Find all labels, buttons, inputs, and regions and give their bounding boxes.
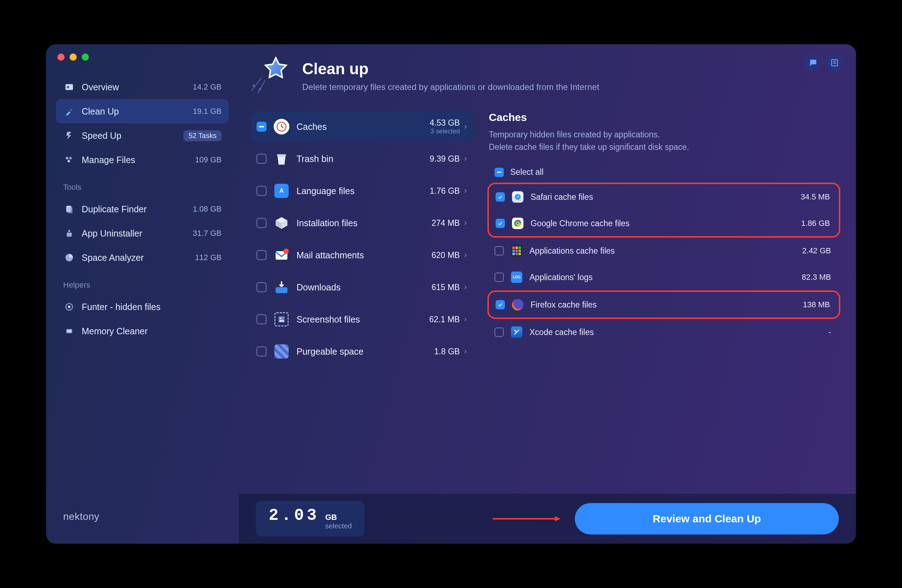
category-size: 615 MB bbox=[431, 283, 460, 292]
item-checkbox[interactable] bbox=[495, 246, 504, 255]
highlight-group: Safari cache files34.5 MBGoogle Chrome c… bbox=[489, 184, 839, 236]
category-label: Purgeable space bbox=[296, 346, 363, 357]
category-label: Trash bin bbox=[296, 154, 333, 164]
pie-icon bbox=[63, 252, 75, 264]
feedback-button[interactable] bbox=[805, 54, 822, 71]
sidebar-item-value: 1.08 GB bbox=[193, 205, 222, 214]
bolt-icon bbox=[63, 130, 75, 142]
sidebar-item-clean-up[interactable]: Clean Up19.1 GB bbox=[56, 99, 229, 124]
item-size: 138 MB bbox=[803, 300, 830, 309]
category-downloads[interactable]: Downloads615 MB› bbox=[252, 272, 474, 303]
sidebar-item-speed-up[interactable]: Speed Up52 Tasks bbox=[56, 124, 229, 148]
lang-icon: A bbox=[273, 182, 290, 199]
category-installation-files[interactable]: Installation files274 MB› bbox=[252, 208, 474, 238]
sidebar-item-label: Manage Files bbox=[82, 155, 135, 165]
category-checkbox[interactable] bbox=[257, 314, 266, 324]
grid-icon bbox=[510, 244, 523, 257]
chevron-right-icon: › bbox=[464, 154, 467, 163]
item-size: 82.3 MB bbox=[802, 272, 831, 282]
clock-icon bbox=[273, 118, 290, 135]
category-checkbox[interactable] bbox=[257, 218, 266, 228]
item-label: Applications' logs bbox=[529, 272, 593, 282]
trash-icon bbox=[273, 150, 290, 167]
news-button[interactable] bbox=[826, 54, 843, 71]
review-cleanup-button[interactable]: Review and Clean Up bbox=[575, 503, 839, 535]
safari-icon bbox=[511, 191, 524, 203]
sidebar-item-manage-files[interactable]: Manage Files109 GB bbox=[56, 148, 229, 172]
svg-point-18 bbox=[253, 85, 254, 86]
svg-point-32 bbox=[517, 222, 519, 225]
svg-rect-9 bbox=[67, 207, 72, 213]
cache-item-xcode-cache-files[interactable]: Xcode cache files- bbox=[489, 321, 839, 344]
footer: 2.03 GB selected Review and Clean Up bbox=[239, 494, 856, 544]
sidebar-item-value: 14.2 GB bbox=[193, 83, 222, 92]
selection-sub: selected bbox=[325, 522, 352, 530]
item-checkbox[interactable] bbox=[496, 219, 505, 228]
header-actions bbox=[805, 54, 843, 71]
category-checkbox[interactable] bbox=[257, 186, 266, 196]
selection-summary: 2.03 GB selected bbox=[256, 501, 365, 536]
item-checkbox[interactable] bbox=[496, 192, 505, 202]
category-label: Screenshot files bbox=[296, 314, 360, 325]
category-size: 62.1 MB bbox=[429, 315, 460, 324]
category-list: Caches4.53 GB3 selected›Trash bin9.39 GB… bbox=[252, 111, 474, 482]
dl-icon bbox=[273, 279, 290, 296]
target-icon bbox=[63, 301, 75, 313]
cache-item-safari-cache-files[interactable]: Safari cache files34.5 MB bbox=[490, 185, 838, 209]
category-screenshot-files[interactable]: Screenshot files62.1 MB› bbox=[252, 304, 474, 335]
sidebar-item-label: Space Analyzer bbox=[82, 253, 144, 263]
selection-amount: 2.03 bbox=[269, 507, 319, 524]
sidebar-item-duplicate-finder[interactable]: Duplicate Finder1.08 GB bbox=[56, 197, 229, 221]
minimize-icon[interactable] bbox=[70, 53, 77, 61]
svg-point-6 bbox=[69, 157, 72, 160]
cache-item-google-chrome-cache-files[interactable]: Google Chrome cache files1.86 GB bbox=[490, 211, 838, 235]
category-checkbox[interactable] bbox=[257, 154, 266, 164]
item-label: Xcode cache files bbox=[529, 328, 594, 337]
sidebar-item-value: 31.7 GB bbox=[193, 229, 222, 238]
copy-icon bbox=[63, 203, 75, 215]
sidebar-item-funter-hidden-files[interactable]: Funter - hidden files bbox=[56, 295, 229, 319]
category-mail-attachments[interactable]: Mail attachments620 MB› bbox=[252, 240, 474, 271]
item-size: 34.5 MB bbox=[801, 192, 830, 202]
sidebar-item-label: Duplicate Finder bbox=[82, 204, 147, 214]
category-checkbox[interactable] bbox=[257, 282, 266, 292]
close-icon[interactable] bbox=[58, 53, 64, 61]
category-language-files[interactable]: ALanguage files1.76 GB› bbox=[252, 175, 474, 206]
category-checkbox[interactable] bbox=[257, 346, 266, 357]
select-all-checkbox[interactable] bbox=[495, 168, 504, 177]
sidebar-section-helpers: Helpers bbox=[56, 270, 229, 295]
brand-logo: nektony bbox=[56, 504, 229, 530]
box-icon bbox=[273, 214, 290, 231]
category-size: 620 MB bbox=[431, 250, 460, 260]
detail-panel: Caches Temporary hidden files created by… bbox=[489, 111, 839, 482]
window-controls bbox=[58, 53, 89, 61]
zoom-icon[interactable] bbox=[82, 53, 89, 61]
category-purgeable-space[interactable]: Purgeable space1.8 GB› bbox=[252, 336, 474, 367]
category-label: Downloads bbox=[296, 282, 341, 292]
category-trash-bin[interactable]: Trash bin9.39 GB› bbox=[252, 144, 474, 174]
category-size: 1.8 GB bbox=[434, 347, 460, 357]
sidebar-item-memory-cleaner[interactable]: Memory Cleaner bbox=[56, 319, 229, 343]
cache-item-applications-cache-files[interactable]: Applications cache files2.42 GB bbox=[489, 239, 839, 263]
sidebar-item-space-analyzer[interactable]: Space Analyzer112 GB bbox=[56, 246, 229, 270]
category-checkbox[interactable] bbox=[257, 122, 266, 132]
category-checkbox[interactable] bbox=[257, 250, 266, 260]
item-checkbox[interactable] bbox=[495, 328, 504, 337]
category-size: 274 MB bbox=[431, 218, 460, 228]
sidebar-item-value: 112 GB bbox=[195, 253, 222, 262]
page-title: Clean up bbox=[302, 60, 599, 78]
item-checkbox[interactable] bbox=[496, 300, 505, 309]
cache-item-firefox-cache-files[interactable]: Firefox cache files138 MB bbox=[490, 293, 838, 316]
sidebar-item-value: 109 GB bbox=[195, 155, 222, 164]
svg-point-4 bbox=[67, 86, 69, 89]
cache-item-applications-logs[interactable]: LOGApplications' logs82.3 MB bbox=[489, 266, 839, 289]
svg-point-5 bbox=[66, 157, 69, 160]
sidebar-item-label: Clean Up bbox=[82, 106, 119, 117]
item-checkbox[interactable] bbox=[495, 272, 504, 282]
sidebar-item-overview[interactable]: Overview14.2 GB bbox=[56, 75, 229, 99]
page-subtitle: Delete temporary files created by applic… bbox=[302, 82, 599, 92]
category-caches[interactable]: Caches4.53 GB3 selected› bbox=[252, 111, 474, 142]
sidebar-item-app-uninstaller[interactable]: App Uninstaller31.7 GB bbox=[56, 221, 229, 246]
select-all-row[interactable]: Select all bbox=[489, 167, 839, 184]
item-label: Safari cache files bbox=[531, 192, 593, 202]
